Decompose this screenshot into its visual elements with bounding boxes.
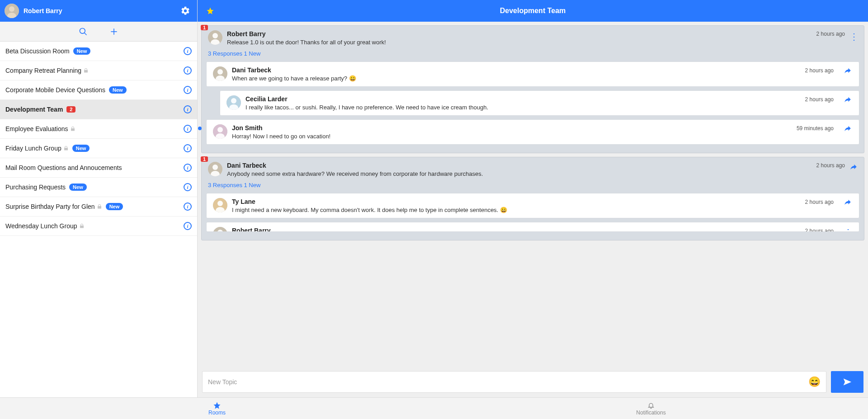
room-item[interactable]: Beta Discussion RoomNewi <box>0 42 197 61</box>
room-name: Employee Evaluations <box>5 125 68 132</box>
reply-icon[interactable] <box>843 124 853 132</box>
info-icon[interactable]: i <box>184 202 192 211</box>
reply-timestamp: 2 hours ago <box>805 228 834 232</box>
info-icon[interactable]: i <box>184 47 192 55</box>
topic-text: Release 1.0 is out the door! Thanks for … <box>227 39 858 46</box>
reply: Dani TarbeckWhen are we going to have a … <box>206 61 859 87</box>
author-name: Robert Barry <box>227 30 266 38</box>
info-icon[interactable]: i <box>184 222 192 230</box>
reply-avatar <box>213 227 227 232</box>
author-name: Dani Tarbeck <box>227 162 266 169</box>
reply-text: Horray! Now I need to go on vacation! <box>232 133 853 140</box>
reply-icon[interactable] <box>849 163 859 171</box>
room-item[interactable]: Mail Room Questions and Annoucementsi <box>0 158 197 178</box>
nav-rooms[interactable]: Rooms <box>0 398 434 419</box>
reply-author: Dani Tarbeck <box>232 66 853 74</box>
reply-icon[interactable] <box>843 66 853 75</box>
user-name: Robert Barry <box>24 7 62 14</box>
emoji-picker-icon[interactable]: 😄 <box>808 376 821 388</box>
nav-notifications-label: Notifications <box>636 410 665 416</box>
lock-icon <box>97 204 102 209</box>
info-icon[interactable]: i <box>184 125 192 133</box>
reply: Jon SmithHorray! Now I need to go on vac… <box>206 119 859 145</box>
reply-icon[interactable] <box>843 198 853 206</box>
reply-timestamp: 59 minutes ago <box>797 125 834 132</box>
info-icon[interactable]: i <box>184 183 192 191</box>
reply-text: I might need a new keyboard. My comma do… <box>232 207 853 213</box>
reply-avatar <box>226 95 241 110</box>
room-name: Wednesday Lunch Group <box>5 222 77 230</box>
nav-notifications[interactable]: Notifications <box>434 398 868 419</box>
svg-line-4 <box>85 33 87 35</box>
author-avatar <box>208 162 222 176</box>
svg-point-17 <box>217 127 223 132</box>
user-avatar[interactable] <box>5 4 19 18</box>
reply-avatar <box>213 124 227 139</box>
chat-pane: Development Team 1⋮Robert Barry2 hours a… <box>198 0 868 397</box>
lock-icon <box>70 126 75 132</box>
lock-icon <box>63 146 69 151</box>
svg-point-14 <box>231 98 236 104</box>
favorite-star-icon[interactable] <box>203 4 217 18</box>
reply: Ty LaneI might need a new keyboard. My c… <box>206 193 859 218</box>
reply-icon[interactable] <box>843 95 853 104</box>
lock-icon <box>79 223 85 229</box>
new-badge: New <box>109 86 127 94</box>
topic-text: Anybody need some extra hardware? We rec… <box>227 170 858 177</box>
reply-timestamp: 2 hours ago <box>805 96 834 103</box>
room-item[interactable]: Friday Lunch GroupNewi <box>0 139 197 158</box>
new-badge: New <box>106 203 123 210</box>
settings-icon[interactable] <box>178 4 193 18</box>
svg-point-1 <box>9 6 14 12</box>
room-name: Surprise Birthday Party for Glen <box>5 203 95 210</box>
bell-icon <box>647 401 655 410</box>
more-menu-icon[interactable]: ⋮ <box>849 32 859 42</box>
author-avatar <box>208 30 222 45</box>
room-item[interactable]: Wednesday Lunch Groupi <box>0 217 197 236</box>
info-icon[interactable]: i <box>184 105 192 113</box>
reply-author: Robert Barry <box>232 227 853 232</box>
topic: 1Dani Tarbeck2 hours agoAnybody need som… <box>201 157 864 240</box>
room-item[interactable]: Corporate Mobile Device QuestionsNewi <box>0 80 197 100</box>
info-icon[interactable]: i <box>184 66 192 75</box>
info-icon[interactable]: i <box>184 164 192 172</box>
reply: Robert Barry2 hours ago⋮ <box>206 222 859 232</box>
sidebar-header: Robert Barry <box>0 0 197 22</box>
new-badge: New <box>72 145 90 152</box>
new-badge: New <box>69 184 87 191</box>
room-name: Mail Room Questions and Annoucements <box>5 164 122 171</box>
room-item[interactable]: Purchasing RequestsNewi <box>0 178 197 197</box>
room-name: Development Team <box>5 106 63 113</box>
topic-list: 1⋮Robert Barry2 hours agoRelease 1.0 is … <box>198 22 868 367</box>
chat-header: Development Team <box>198 0 868 22</box>
search-icon[interactable] <box>76 24 90 39</box>
reply-text: I really like tacos... or sushi. Really,… <box>245 104 853 111</box>
svg-point-3 <box>80 28 85 33</box>
info-icon[interactable]: i <box>184 86 192 94</box>
topic-timestamp: 2 hours ago <box>816 31 845 37</box>
room-list: Beta Discussion RoomNewiCompany Retreat … <box>0 42 197 397</box>
compose-input-wrapper: 😄 <box>202 371 826 393</box>
room-item[interactable]: Company Retreat Planningi <box>0 61 197 80</box>
svg-point-23 <box>217 201 223 206</box>
add-room-icon[interactable] <box>107 24 121 39</box>
sidebar-toolbar <box>0 22 197 42</box>
send-button[interactable] <box>831 371 863 393</box>
room-name: Corporate Mobile Device Questions <box>5 86 105 94</box>
nav-rooms-label: Rooms <box>208 410 226 416</box>
room-item[interactable]: Surprise Birthday Party for GlenNewi <box>0 197 197 217</box>
bottom-nav: Rooms Notifications <box>0 397 868 419</box>
topic-unread-badge: 1 <box>201 25 208 30</box>
room-name: Beta Discussion Room <box>5 47 70 55</box>
responses-link[interactable]: 3 Responses 1 New <box>202 179 864 193</box>
info-icon[interactable]: i <box>184 144 192 152</box>
reply: Cecilia LarderI really like tacos... or … <box>220 90 859 116</box>
room-item[interactable]: Employee Evaluationsi <box>0 119 197 139</box>
reply-icon[interactable]: ⋮ <box>844 227 853 232</box>
topic: 1⋮Robert Barry2 hours agoRelease 1.0 is … <box>201 25 864 153</box>
topic-unread-badge: 1 <box>201 156 208 162</box>
responses-link[interactable]: 3 Responses 1 New <box>202 47 864 61</box>
new-topic-input[interactable] <box>208 378 804 386</box>
room-item[interactable]: Development Team2i <box>0 100 197 119</box>
reply-author: Ty Lane <box>232 198 853 205</box>
